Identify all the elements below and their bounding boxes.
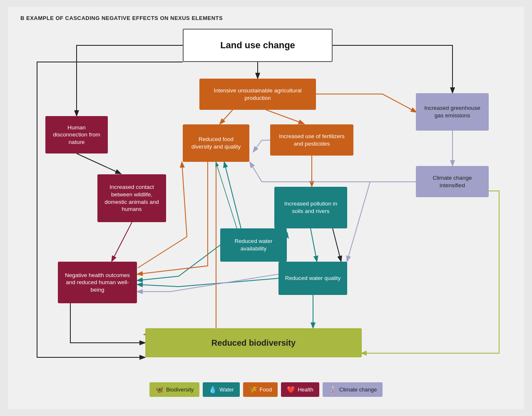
box-increased-fertilizers: Increased use of fertilizers and pestici… [270, 124, 353, 156]
box-increased-contact: Increased contact between wildlife, dome… [97, 174, 166, 222]
box-reduced-biodiversity: Reduced biodiversity [145, 328, 362, 357]
svg-line-5 [311, 228, 317, 261]
legend-label-food: Food [260, 386, 272, 393]
box-negative-health: Negative health outcomes and reduced hum… [58, 262, 137, 303]
svg-line-8 [77, 154, 120, 173]
diagram: Land use change Intensive unsustainable … [20, 29, 512, 378]
main-container: B EXAMPLE OF CASCADING NEGATIVE EFFECTS … [8, 7, 524, 409]
svg-line-2 [266, 110, 303, 124]
legend-item-food: 🌾 Food [243, 382, 278, 397]
svg-line-12 [216, 163, 237, 228]
svg-line-6 [224, 163, 241, 228]
svg-line-1 [220, 110, 233, 124]
legend-label-biodiversity: Biodiversity [166, 386, 194, 393]
health-icon: ❤️ [287, 386, 295, 394]
svg-line-9 [112, 222, 132, 261]
box-increased-pollution: Increased pollution in soils and rivers [274, 187, 347, 228]
box-reduced-water-avail: Reduced water availability [220, 228, 287, 262]
box-land-use: Land use change [183, 29, 333, 62]
box-human-disconnection: Human disconnection from nature [45, 116, 108, 154]
legend-item-climate: 🌡️ Climate change [323, 382, 383, 397]
legend-item-health: ❤️ Health [281, 382, 319, 397]
box-reduced-food: Reduced food diversity and quality [183, 124, 249, 162]
legend-label-water: Water [219, 386, 234, 393]
legend-label-climate: Climate change [339, 386, 377, 393]
box-intensive: Intensive unsustainable agricultural pro… [199, 79, 316, 110]
box-reduced-water-quality: Reduced water quality [278, 262, 347, 295]
svg-line-11 [333, 228, 341, 261]
legend-label-health: Health [298, 386, 313, 393]
box-increased-ghg: Increased greenhouse gas emissions [416, 93, 489, 131]
thermometer-icon: 🌡️ [328, 386, 337, 394]
legend-item-biodiversity: 🦋 Biodiversity [149, 382, 199, 397]
legend-item-water: 💧 Water [203, 382, 239, 397]
legend: 🦋 Biodiversity 💧 Water 🌾 Food ❤️ Health … [20, 382, 512, 397]
water-icon: 💧 [209, 386, 217, 394]
wheat-icon: 🌾 [249, 386, 257, 394]
butterfly-icon: 🦋 [155, 386, 164, 394]
box-climate-change: Climate change intensified [416, 166, 489, 197]
page-title: B EXAMPLE OF CASCADING NEGATIVE EFFECTS … [20, 15, 512, 21]
